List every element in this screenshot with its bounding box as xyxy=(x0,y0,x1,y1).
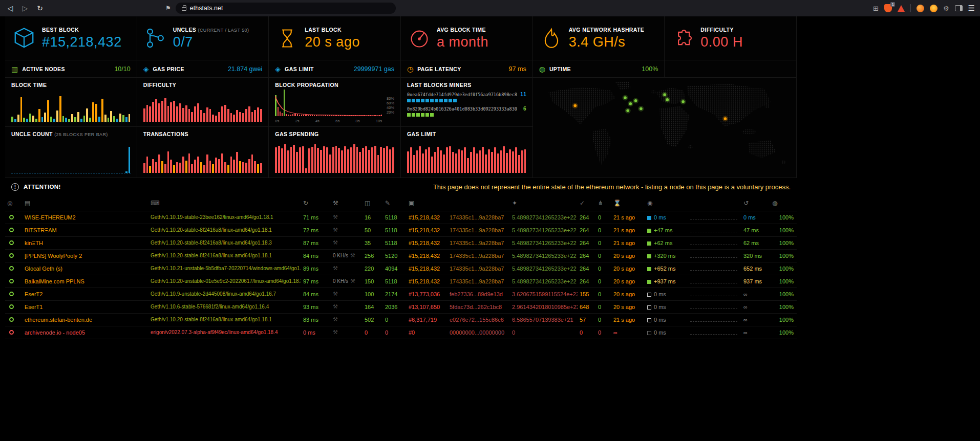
chart-bar xyxy=(317,148,319,173)
node-status xyxy=(5,236,23,249)
col-prop-history[interactable] xyxy=(688,195,741,211)
node-latency: 0 ms xyxy=(301,326,331,339)
puzzle-extensions-icon[interactable]: ⚙ xyxy=(943,5,949,12)
miner-address[interactable]: 0xea674fdde714fd979de3edf0f56aa9716b898e… xyxy=(407,92,517,97)
node-mining: ⚒ xyxy=(331,326,363,339)
chart-bar xyxy=(260,109,262,122)
chart-bar xyxy=(413,155,415,173)
reload-button[interactable]: ↻ xyxy=(35,4,45,12)
col-uncles-icon[interactable]: ⋔ xyxy=(596,195,611,211)
col-node-icon[interactable]: ▤ xyxy=(23,195,148,211)
map-node-marker[interactable] xyxy=(663,93,666,96)
chart-bar xyxy=(257,107,259,122)
table-row[interactable]: EserT2Geth/v1.10.9-unstable-2d445008/lin… xyxy=(5,288,797,300)
chart-bar xyxy=(248,106,250,122)
node-pending-txs: 5118 xyxy=(383,236,407,249)
forward-button[interactable]: ▷ xyxy=(20,4,30,12)
chart-bar xyxy=(122,115,124,122)
node-type: Geth/v1.10.20-stable-8f2416a8/linux-amd6… xyxy=(148,224,301,236)
table-row[interactable]: BaikalMine.com PPLNSGeth/v1.10.20-unstab… xyxy=(5,275,797,288)
map-node-marker[interactable] xyxy=(573,104,577,107)
map-node-marker[interactable] xyxy=(624,96,627,99)
chart-bar xyxy=(41,117,44,122)
node-uncles: 0 xyxy=(596,249,611,262)
col-last-block-icon[interactable]: ⌛ xyxy=(611,195,645,211)
col-uptime-icon[interactable]: ◍ xyxy=(770,195,797,211)
node-propagation-history xyxy=(688,313,741,326)
flame-extension-icon[interactable] xyxy=(930,5,938,12)
node-type: Geth/v1.10.6-stable-576681f2/linux-amd64… xyxy=(148,300,301,313)
node-status xyxy=(5,262,23,275)
bookmark-icon[interactable]: ⚑ xyxy=(165,5,171,12)
map-node-marker[interactable] xyxy=(681,100,685,103)
col-pending-icon[interactable]: ✎ xyxy=(383,195,407,211)
url-bar[interactable]: ethstats.net xyxy=(176,3,396,14)
chart-bar xyxy=(464,147,466,173)
fox-extension-icon[interactable] xyxy=(917,5,924,12)
table-row[interactable]: WISE-ETHEREUM2Geth/v1.10.19-stable-23bee… xyxy=(5,211,797,224)
difficulty-chart: DIFFICULTY xyxy=(137,78,269,127)
table-row[interactable]: [PPLNS] WoolyPooly 2Geth/v1.10.20-stable… xyxy=(5,249,797,262)
node-propagation-history xyxy=(688,262,741,275)
node-pending-txs: 2036 xyxy=(383,300,407,313)
table-row[interactable]: kinΞTHGeth/v1.10.20-stable-8f2416a8/linu… xyxy=(5,236,797,249)
x-axis-tick: 2s xyxy=(295,119,300,123)
map-node-marker[interactable] xyxy=(629,102,632,105)
node-pending-txs: 5118 xyxy=(383,275,407,288)
transactions-bars xyxy=(143,143,263,173)
col-block-icon[interactable]: ▣ xyxy=(407,195,448,211)
sidebar-toggle-icon[interactable] xyxy=(955,5,963,11)
chart-bar xyxy=(203,113,205,122)
map-node-marker[interactable] xyxy=(723,117,727,120)
col-avg-time-icon[interactable]: ↺ xyxy=(741,195,770,211)
node-uncles: 0 xyxy=(596,236,611,249)
block-time-bars xyxy=(11,94,131,122)
col-peers-icon[interactable]: ◫ xyxy=(363,195,383,211)
table-row[interactable]: EserT1Geth/v1.10.6-stable-576681f2/linux… xyxy=(5,300,797,313)
col-block-hash[interactable] xyxy=(448,195,510,211)
chart-bar xyxy=(38,109,40,122)
chart-bar xyxy=(518,155,520,173)
table-row[interactable]: Glocal Geth (s)Geth/v1.10.21-unstable-5b… xyxy=(5,262,797,275)
tag-icon: ◈ xyxy=(143,65,149,73)
chart-bar xyxy=(248,159,250,173)
col-latency-icon[interactable]: ↻ xyxy=(301,195,331,211)
col-status-icon[interactable]: ◎ xyxy=(5,195,23,211)
chart-bar xyxy=(509,149,511,173)
shield-extension-icon[interactable]: 1 xyxy=(884,4,892,12)
node-mining: ⚒ xyxy=(331,313,363,326)
miner-block-square xyxy=(412,99,415,102)
table-row[interactable]: archivenode.io - node05erigon/v2022.07.3… xyxy=(5,326,797,339)
miner-address[interactable]: 0x829bd824b016326a401d083b33d092293333a8… xyxy=(407,106,517,112)
table-row[interactable]: BITSTRΞAMGeth/v1.10.20-stable-8f2416a8/l… xyxy=(5,224,797,236)
map-node-marker[interactable] xyxy=(634,99,637,102)
chart-bar xyxy=(479,150,481,173)
col-node-type-icon[interactable]: ⌨ xyxy=(148,195,301,211)
map-node-marker[interactable] xyxy=(640,107,643,111)
map-node-marker[interactable] xyxy=(666,98,669,101)
node-uptime: 100% xyxy=(770,275,797,288)
map-node-marker[interactable] xyxy=(626,109,629,113)
tab-grid-icon[interactable]: ⊞ xyxy=(873,5,879,12)
chart-title: GAS SPENDING xyxy=(275,131,394,137)
col-mining-icon[interactable]: ⚒ xyxy=(331,195,363,211)
col-difficulty-icon[interactable]: ✦ xyxy=(510,195,578,211)
node-latency: 71 ms xyxy=(301,211,331,224)
propagation-square xyxy=(647,241,651,246)
chart-bar xyxy=(74,172,76,173)
col-txs-icon[interactable]: ✓ xyxy=(578,195,596,211)
url-text[interactable]: ethstats.net xyxy=(190,5,223,12)
node-total-difficulty: 5.489827341265233e+22 xyxy=(510,249,578,262)
back-button[interactable]: ◁ xyxy=(5,4,15,12)
col-propagation-icon[interactable]: ◉ xyxy=(645,195,688,211)
node-block-hash: feb27336...89d9e13d xyxy=(448,288,510,300)
stat-gas-price: ◈ GAS PRICE 21.874 gwei xyxy=(137,60,269,78)
chart-bar xyxy=(434,152,436,173)
table-row[interactable]: ethereum.stefan-benten.deGeth/v1.10.20-s… xyxy=(5,313,797,326)
gas-spending-chart: GAS SPENDING xyxy=(269,127,401,178)
node-avg-propagation: ∞ xyxy=(741,313,770,326)
stat-uncles: UNCLES (CURRENT / LAST 50) 0/7 xyxy=(137,16,269,60)
warning-extension-icon[interactable] xyxy=(898,5,905,12)
menu-icon[interactable]: ☰ xyxy=(968,4,975,13)
chart-bar xyxy=(233,115,235,122)
